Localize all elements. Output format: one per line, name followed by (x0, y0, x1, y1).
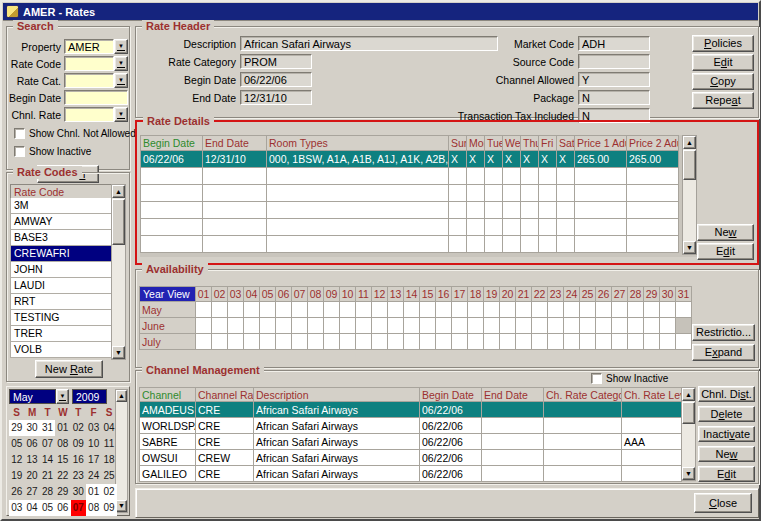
day-header-02[interactable]: 02 (212, 287, 228, 302)
new-button[interactable]: New (697, 224, 754, 241)
availability-cell[interactable] (532, 302, 548, 318)
day-header-23[interactable]: 23 (548, 287, 564, 302)
table-row[interactable]: AMADEUSCREAfrican Safari Airways06/22/06 (140, 402, 682, 418)
market-code-field[interactable]: ADH (578, 36, 650, 51)
day-header-15[interactable]: 15 (420, 287, 436, 302)
availability-cell[interactable] (260, 318, 276, 334)
day-header-20[interactable]: 20 (500, 287, 516, 302)
rate-code-item[interactable]: BASE3 (10, 230, 112, 246)
availability-cell[interactable] (292, 334, 308, 350)
calendar-date-cell[interactable]: 12 (9, 452, 24, 468)
source-code-field[interactable] (578, 54, 650, 69)
show-inactive-checkbox[interactable] (14, 146, 25, 157)
end-date-field[interactable]: 12/31/10 (240, 90, 312, 105)
availability-cell[interactable] (276, 318, 292, 334)
calendar-date-cell[interactable]: 22 (55, 468, 70, 484)
scroll-up-button[interactable]: ▲ (682, 388, 695, 401)
availability-cell[interactable] (228, 302, 244, 318)
availability-cell[interactable] (628, 318, 644, 334)
availability-cell[interactable] (516, 334, 532, 350)
calendar-date-cell[interactable]: 08 (55, 436, 70, 452)
availability-cell[interactable] (500, 334, 516, 350)
column-header-ch-rate-category[interactable]: Ch. Rate Category (544, 388, 622, 402)
availability-cell[interactable] (580, 334, 596, 350)
calendar-date-cell[interactable]: 10 (86, 436, 101, 452)
empty-row[interactable] (141, 219, 679, 236)
calendar-date-cell[interactable]: 16 (71, 452, 86, 468)
policies-button[interactable]: Policies (692, 35, 754, 52)
availability-cell[interactable] (228, 318, 244, 334)
availability-cell[interactable] (596, 318, 612, 334)
availability-cell[interactable] (212, 318, 228, 334)
availability-cell[interactable] (676, 302, 692, 318)
availability-cell[interactable] (660, 334, 676, 350)
titlebar[interactable]: AMER - Rates (3, 3, 758, 21)
day-header-12[interactable]: 12 (372, 287, 388, 302)
availability-cell[interactable] (388, 334, 404, 350)
calendar-date-cell[interactable]: 30 (24, 420, 39, 436)
availability-cell[interactable] (276, 334, 292, 350)
calendar-date-cell[interactable]: 30 (71, 484, 86, 500)
calendar-date-cell[interactable]: 03 (86, 420, 101, 436)
availability-cell[interactable] (484, 302, 500, 318)
column-header-wed[interactable]: Wed (503, 136, 521, 151)
availability-cell[interactable] (244, 318, 260, 334)
calendar-date-cell[interactable]: 02 (101, 484, 116, 500)
calendar-date-cell[interactable]: 28 (40, 484, 55, 500)
availability-cell[interactable] (676, 318, 692, 334)
calendar-date-cell[interactable]: 18 (101, 452, 116, 468)
availability-cell[interactable] (340, 302, 356, 318)
close-button[interactable]: Close (694, 493, 752, 513)
availability-cell[interactable] (388, 302, 404, 318)
expand-button[interactable]: Expand (692, 344, 755, 361)
rate-cat-dropdown-button[interactable]: ▼ (114, 73, 128, 88)
availability-cell[interactable] (596, 334, 612, 350)
show-inactive-checkbox[interactable] (591, 373, 602, 384)
day-header-11[interactable]: 11 (356, 287, 372, 302)
new-button[interactable]: New (698, 446, 755, 462)
availability-cell[interactable] (612, 334, 628, 350)
calendar-date-cell[interactable]: 01 (55, 420, 70, 436)
spinner-down-button[interactable]: ▼ (116, 500, 127, 512)
availability-cell[interactable] (660, 302, 676, 318)
calendar-date-cell[interactable]: 27 (24, 484, 39, 500)
begin-date-input[interactable] (64, 90, 128, 105)
spinner-up-button[interactable]: ▲ (116, 390, 127, 402)
day-header-10[interactable]: 10 (340, 287, 356, 302)
availability-cell[interactable] (292, 318, 308, 334)
rate-category-field[interactable]: PROM (240, 54, 312, 69)
availability-cell[interactable] (420, 318, 436, 334)
inactivate-button[interactable]: Inactivate (698, 426, 755, 442)
availability-cell[interactable] (548, 318, 564, 334)
day-header-24[interactable]: 24 (564, 287, 580, 302)
column-header-ch-rate-level[interactable]: Ch. Rate Level (622, 388, 682, 402)
day-header-30[interactable]: 30 (660, 287, 676, 302)
calendar-date-cell[interactable]: 17 (86, 452, 101, 468)
availability-cell[interactable] (644, 334, 660, 350)
edit-button[interactable]: Edit (698, 466, 755, 482)
availability-cell[interactable] (420, 302, 436, 318)
day-header-03[interactable]: 03 (228, 287, 244, 302)
availability-cell[interactable] (420, 334, 436, 350)
availability-cell[interactable] (468, 334, 484, 350)
availability-cell[interactable] (372, 334, 388, 350)
calendar-date-cell[interactable]: 07 (40, 436, 55, 452)
calendar-date-cell[interactable]: 03 (9, 500, 24, 516)
calendar-date-cell[interactable]: 26 (9, 484, 24, 500)
calendar-date-cell[interactable]: 29 (55, 484, 70, 500)
availability-cell[interactable] (404, 334, 420, 350)
scroll-down-button[interactable]: ▼ (682, 467, 695, 480)
availability-cell[interactable] (244, 334, 260, 350)
rate-cat-input[interactable] (64, 73, 114, 88)
calendar-date-cell[interactable]: 05 (9, 436, 24, 452)
column-header-fri[interactable]: Fri (539, 136, 557, 151)
empty-row[interactable] (141, 185, 679, 202)
package-field[interactable]: N (578, 90, 650, 105)
calendar-date-cell[interactable]: 19 (9, 468, 24, 484)
availability-cell[interactable] (564, 318, 580, 334)
column-header-price-2-adul[interactable]: Price 2 Adul (627, 136, 679, 151)
day-header-01[interactable]: 01 (196, 287, 212, 302)
availability-cell[interactable] (452, 318, 468, 334)
availability-cell[interactable] (596, 302, 612, 318)
day-header-09[interactable]: 09 (324, 287, 340, 302)
